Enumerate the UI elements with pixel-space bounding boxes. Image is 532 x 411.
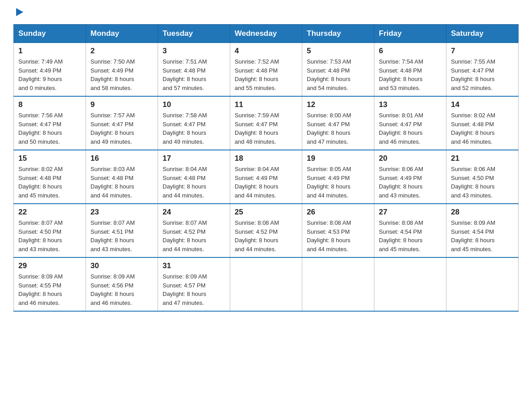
day-number: 11 <box>235 100 297 109</box>
calendar-header-saturday: Saturday <box>446 25 519 43</box>
day-info: Sunrise: 8:07 AMSunset: 4:51 PMDaylight:… <box>90 218 153 253</box>
day-number: 9 <box>90 100 153 109</box>
day-info: Sunrise: 8:04 AMSunset: 4:49 PMDaylight:… <box>235 165 297 200</box>
day-number: 3 <box>163 47 225 56</box>
calendar-cell: 27Sunrise: 8:08 AMSunset: 4:54 PMDayligh… <box>374 204 446 257</box>
day-info: Sunrise: 8:06 AMSunset: 4:50 PMDaylight:… <box>451 165 514 200</box>
day-info: Sunrise: 8:09 AMSunset: 4:57 PMDaylight:… <box>163 272 225 307</box>
calendar-cell: 22Sunrise: 8:07 AMSunset: 4:50 PMDayligh… <box>14 204 86 257</box>
calendar-header-monday: Monday <box>86 25 158 43</box>
day-info: Sunrise: 7:53 AMSunset: 4:48 PMDaylight:… <box>307 57 369 92</box>
calendar-cell: 19Sunrise: 8:05 AMSunset: 4:49 PMDayligh… <box>302 150 374 204</box>
calendar-week-row: 15Sunrise: 8:02 AMSunset: 4:48 PMDayligh… <box>14 150 519 204</box>
calendar-cell: 23Sunrise: 8:07 AMSunset: 4:51 PMDayligh… <box>86 204 158 257</box>
day-info: Sunrise: 8:02 AMSunset: 4:48 PMDaylight:… <box>18 165 81 200</box>
calendar-cell: 31Sunrise: 8:09 AMSunset: 4:57 PMDayligh… <box>158 257 230 311</box>
day-number: 22 <box>18 208 81 217</box>
day-number: 12 <box>307 100 369 109</box>
calendar-cell: 14Sunrise: 8:02 AMSunset: 4:48 PMDayligh… <box>446 96 519 150</box>
day-number: 16 <box>90 154 153 163</box>
day-number: 15 <box>18 154 81 163</box>
day-number: 31 <box>163 261 225 270</box>
calendar-cell: 7Sunrise: 7:55 AMSunset: 4:47 PMDaylight… <box>446 43 519 97</box>
day-number: 10 <box>163 100 225 109</box>
day-number: 26 <box>307 208 369 217</box>
day-info: Sunrise: 8:00 AMSunset: 4:47 PMDaylight:… <box>307 111 369 146</box>
logo-arrow-icon <box>14 7 24 17</box>
day-number: 5 <box>307 47 369 56</box>
calendar-cell: 17Sunrise: 8:04 AMSunset: 4:48 PMDayligh… <box>158 150 230 204</box>
day-info: Sunrise: 7:52 AMSunset: 4:48 PMDaylight:… <box>235 57 297 92</box>
calendar-cell: 9Sunrise: 7:57 AMSunset: 4:47 PMDaylight… <box>86 96 158 150</box>
calendar-cell: 4Sunrise: 7:52 AMSunset: 4:48 PMDaylight… <box>230 43 302 97</box>
calendar-cell: 3Sunrise: 7:51 AMSunset: 4:48 PMDaylight… <box>158 43 230 97</box>
calendar-cell: 25Sunrise: 8:08 AMSunset: 4:52 PMDayligh… <box>230 204 302 257</box>
day-info: Sunrise: 7:54 AMSunset: 4:48 PMDaylight:… <box>379 57 442 92</box>
day-number: 23 <box>90 208 153 217</box>
calendar-header-sunday: Sunday <box>14 25 86 43</box>
page-header <box>13 9 519 15</box>
calendar-cell: 29Sunrise: 8:09 AMSunset: 4:55 PMDayligh… <box>14 257 86 311</box>
day-info: Sunrise: 8:02 AMSunset: 4:48 PMDaylight:… <box>451 111 514 146</box>
day-info: Sunrise: 7:58 AMSunset: 4:47 PMDaylight:… <box>163 111 225 146</box>
calendar-week-row: 1Sunrise: 7:49 AMSunset: 4:49 PMDaylight… <box>14 43 519 97</box>
calendar-cell: 21Sunrise: 8:06 AMSunset: 4:50 PMDayligh… <box>446 150 519 204</box>
day-number: 1 <box>18 47 81 56</box>
calendar-cell: 10Sunrise: 7:58 AMSunset: 4:47 PMDayligh… <box>158 96 230 150</box>
calendar-cell <box>230 257 302 311</box>
calendar-cell: 20Sunrise: 8:06 AMSunset: 4:49 PMDayligh… <box>374 150 446 204</box>
calendar-cell: 30Sunrise: 8:09 AMSunset: 4:56 PMDayligh… <box>86 257 158 311</box>
day-number: 14 <box>451 100 514 109</box>
day-number: 20 <box>379 154 442 163</box>
calendar-cell: 16Sunrise: 8:03 AMSunset: 4:48 PMDayligh… <box>86 150 158 204</box>
day-info: Sunrise: 7:59 AMSunset: 4:47 PMDaylight:… <box>235 111 297 146</box>
day-number: 13 <box>379 100 442 109</box>
calendar-week-row: 22Sunrise: 8:07 AMSunset: 4:50 PMDayligh… <box>14 204 519 257</box>
day-info: Sunrise: 8:04 AMSunset: 4:48 PMDaylight:… <box>163 165 225 200</box>
logo <box>13 9 24 15</box>
day-info: Sunrise: 8:01 AMSunset: 4:47 PMDaylight:… <box>379 111 442 146</box>
day-info: Sunrise: 8:06 AMSunset: 4:49 PMDaylight:… <box>379 165 442 200</box>
calendar-week-row: 8Sunrise: 7:56 AMSunset: 4:47 PMDaylight… <box>14 96 519 150</box>
calendar-header-wednesday: Wednesday <box>230 25 302 43</box>
day-info: Sunrise: 7:56 AMSunset: 4:47 PMDaylight:… <box>18 111 81 146</box>
day-number: 17 <box>163 154 225 163</box>
calendar-cell: 13Sunrise: 8:01 AMSunset: 4:47 PMDayligh… <box>374 96 446 150</box>
calendar-cell: 18Sunrise: 8:04 AMSunset: 4:49 PMDayligh… <box>230 150 302 204</box>
day-number: 8 <box>18 100 81 109</box>
calendar-header-tuesday: Tuesday <box>158 25 230 43</box>
calendar-header-row: SundayMondayTuesdayWednesdayThursdayFrid… <box>14 25 519 43</box>
day-info: Sunrise: 8:08 AMSunset: 4:53 PMDaylight:… <box>307 218 369 253</box>
day-info: Sunrise: 7:49 AMSunset: 4:49 PMDaylight:… <box>18 57 81 92</box>
day-info: Sunrise: 8:03 AMSunset: 4:48 PMDaylight:… <box>90 165 153 200</box>
day-number: 27 <box>379 208 442 217</box>
day-info: Sunrise: 7:57 AMSunset: 4:47 PMDaylight:… <box>90 111 153 146</box>
calendar-week-row: 29Sunrise: 8:09 AMSunset: 4:55 PMDayligh… <box>14 257 519 311</box>
calendar-cell: 11Sunrise: 7:59 AMSunset: 4:47 PMDayligh… <box>230 96 302 150</box>
calendar-header-thursday: Thursday <box>302 25 374 43</box>
calendar-cell: 8Sunrise: 7:56 AMSunset: 4:47 PMDaylight… <box>14 96 86 150</box>
day-info: Sunrise: 8:09 AMSunset: 4:55 PMDaylight:… <box>18 272 81 307</box>
calendar-cell: 1Sunrise: 7:49 AMSunset: 4:49 PMDaylight… <box>14 43 86 97</box>
day-number: 29 <box>18 261 81 270</box>
calendar-table: SundayMondayTuesdayWednesdayThursdayFrid… <box>13 24 519 312</box>
calendar-cell: 24Sunrise: 8:07 AMSunset: 4:52 PMDayligh… <box>158 204 230 257</box>
day-info: Sunrise: 7:55 AMSunset: 4:47 PMDaylight:… <box>451 57 514 92</box>
day-number: 24 <box>163 208 225 217</box>
day-number: 30 <box>90 261 153 270</box>
calendar-cell <box>374 257 446 311</box>
calendar-cell: 28Sunrise: 8:09 AMSunset: 4:54 PMDayligh… <box>446 204 519 257</box>
calendar-cell: 15Sunrise: 8:02 AMSunset: 4:48 PMDayligh… <box>14 150 86 204</box>
day-number: 28 <box>451 208 514 217</box>
calendar-cell <box>446 257 519 311</box>
day-info: Sunrise: 8:08 AMSunset: 4:54 PMDaylight:… <box>379 218 442 253</box>
day-number: 21 <box>451 154 514 163</box>
day-info: Sunrise: 8:08 AMSunset: 4:52 PMDaylight:… <box>235 218 297 253</box>
calendar-cell: 5Sunrise: 7:53 AMSunset: 4:48 PMDaylight… <box>302 43 374 97</box>
calendar-header-friday: Friday <box>374 25 446 43</box>
day-number: 6 <box>379 47 442 56</box>
day-info: Sunrise: 7:50 AMSunset: 4:49 PMDaylight:… <box>90 57 153 92</box>
svg-marker-0 <box>16 8 23 16</box>
day-info: Sunrise: 8:07 AMSunset: 4:50 PMDaylight:… <box>18 218 81 253</box>
day-info: Sunrise: 8:09 AMSunset: 4:54 PMDaylight:… <box>451 218 514 253</box>
